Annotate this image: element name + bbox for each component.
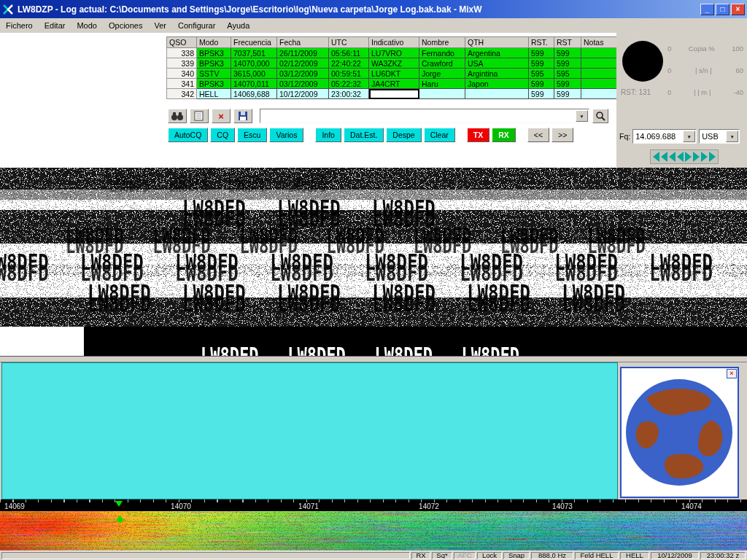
- log-column-header[interactable]: Indicativo: [369, 37, 419, 48]
- chevron-down-icon[interactable]: ▼: [576, 110, 588, 122]
- log-cell[interactable]: 05:56:11: [329, 48, 369, 58]
- macro-clear-button[interactable]: Clear: [424, 128, 455, 142]
- sideband-combo[interactable]: USB ▼: [699, 129, 740, 144]
- waterfall-scale[interactable]: 140691407014071140721407314074: [0, 499, 747, 511]
- log-column-header[interactable]: QTH: [465, 37, 529, 48]
- log-cell[interactable]: 10/12/2009: [277, 89, 329, 99]
- search-button[interactable]: [592, 109, 608, 123]
- find-binoculars-button[interactable]: [168, 109, 187, 123]
- status-afc[interactable]: AFC: [454, 552, 476, 559]
- log-cell[interactable]: [369, 89, 419, 99]
- tune-left-arrow-icon[interactable]: [677, 152, 684, 162]
- log-cell[interactable]: 341: [167, 79, 197, 89]
- status-sq[interactable]: Sq*: [432, 552, 452, 559]
- log-cell[interactable]: Japon: [465, 79, 529, 89]
- log-column-header[interactable]: UTC: [329, 37, 369, 48]
- log-cell[interactable]: 599: [554, 79, 581, 89]
- log-row[interactable]: 341BPSK314070,01103/12/200905:22:32JA4CR…: [167, 79, 668, 89]
- log-cell[interactable]: BPSK3: [197, 58, 231, 69]
- minimize-button[interactable]: _: [700, 4, 714, 15]
- log-cell[interactable]: USA: [465, 58, 529, 69]
- log-cell[interactable]: JA4CRT: [369, 79, 419, 89]
- log-column-header[interactable]: Fecha: [277, 37, 329, 48]
- status-rx[interactable]: RX: [411, 552, 430, 559]
- menu-item-modo[interactable]: Modo: [71, 20, 103, 31]
- log-cell[interactable]: 03/12/2009: [277, 69, 329, 79]
- log-column-header[interactable]: Modo: [197, 37, 231, 48]
- chevron-down-icon[interactable]: ▼: [726, 131, 738, 142]
- log-cell[interactable]: 26/11/2009: [277, 48, 329, 58]
- close-button[interactable]: ×: [731, 4, 745, 15]
- log-cell[interactable]: 599: [554, 58, 581, 69]
- log-cell[interactable]: 599: [554, 89, 581, 99]
- log-cell[interactable]: Jorge: [419, 69, 465, 79]
- frequency-combo[interactable]: 14.069.688 ▼: [632, 129, 697, 144]
- tune-right-arrow-icon[interactable]: [701, 152, 708, 162]
- macro-next-button[interactable]: >>: [551, 128, 573, 142]
- menu-item-ver[interactable]: Ver: [148, 20, 172, 31]
- log-row[interactable]: 338BPSK37037,50126/11/200905:56:11LU7VRO…: [167, 48, 668, 58]
- log-cell[interactable]: 00:59:51: [329, 69, 369, 79]
- macro-info-button[interactable]: Info: [315, 128, 341, 142]
- status-hell[interactable]: HELL: [620, 552, 649, 559]
- log-cell[interactable]: BPSK3: [197, 79, 231, 89]
- log-cell[interactable]: 7037,501: [231, 48, 277, 58]
- save-button[interactable]: [233, 109, 252, 123]
- macro-escu-button[interactable]: Escu: [237, 128, 267, 142]
- status-10122009[interactable]: 10/12/2009: [651, 552, 699, 559]
- log-column-header[interactable]: QSO: [167, 37, 197, 48]
- log-cell[interactable]: WA3ZKZ: [369, 58, 419, 69]
- logbook-button[interactable]: [190, 109, 209, 123]
- menu-item-ayuda[interactable]: Ayuda: [221, 20, 255, 31]
- log-cell[interactable]: 03/12/2009: [277, 79, 329, 89]
- rx-tx-splitter[interactable]: [0, 356, 747, 362]
- log-cell[interactable]: 595: [554, 69, 581, 79]
- log-cell[interactable]: [465, 89, 529, 99]
- menu-item-fichero[interactable]: Fichero: [0, 20, 39, 31]
- log-cell[interactable]: 338: [167, 48, 197, 58]
- tune-left-arrow-icon[interactable]: [669, 152, 676, 162]
- tune-left-arrow-icon[interactable]: [661, 152, 667, 162]
- log-cell[interactable]: SSTV: [197, 69, 231, 79]
- log-cell[interactable]: Fernando: [419, 48, 465, 58]
- log-cell[interactable]: 599: [529, 48, 554, 58]
- log-row[interactable]: 339BPSK314070,00002/12/200922:40:22WA3ZK…: [167, 58, 668, 69]
- status-snap[interactable]: Snap: [503, 552, 530, 559]
- status-feldhell[interactable]: Feld HELL: [575, 552, 619, 559]
- delete-qso-button[interactable]: ×: [212, 109, 231, 123]
- status-lock[interactable]: Lock: [477, 552, 502, 559]
- chevron-down-icon[interactable]: ▼: [683, 131, 695, 142]
- macro-despe-button[interactable]: Despe: [386, 128, 421, 142]
- log-column-header[interactable]: RST.: [529, 37, 554, 48]
- log-cell[interactable]: 595: [529, 69, 554, 79]
- log-column-header[interactable]: Frecuencia: [231, 37, 277, 48]
- tune-right-arrow-icon[interactable]: [685, 152, 692, 162]
- tuning-marker-icon[interactable]: [115, 501, 123, 507]
- tx-window[interactable]: [1, 362, 618, 499]
- log-cell[interactable]: 14069,688: [231, 89, 277, 99]
- tune-right-arrow-icon[interactable]: [709, 152, 716, 162]
- log-row[interactable]: 340SSTV3615,00003/12/200900:59:51LU6DKTJ…: [167, 69, 668, 79]
- log-cell[interactable]: 342: [167, 89, 197, 99]
- menu-item-editar[interactable]: Editar: [39, 20, 71, 31]
- log-cell[interactable]: Argentina: [465, 48, 529, 58]
- log-cell[interactable]: 05:22:32: [329, 79, 369, 89]
- log-cell[interactable]: LU7VRO: [369, 48, 419, 58]
- log-cell[interactable]: 3615,000: [231, 69, 277, 79]
- log-cell[interactable]: 23:00:32: [329, 89, 369, 99]
- log-column-header[interactable]: RST: [554, 37, 581, 48]
- waterfall-display[interactable]: [0, 511, 747, 551]
- log-cell[interactable]: 14070,011: [231, 79, 277, 89]
- macro-prev-button[interactable]: <<: [527, 128, 549, 142]
- log-cell[interactable]: Haru: [419, 79, 465, 89]
- log-cell[interactable]: Crawford: [419, 58, 465, 69]
- log-cell[interactable]: 14070,000: [231, 58, 277, 69]
- log-cell[interactable]: 599: [529, 58, 554, 69]
- log-cell[interactable]: [419, 89, 465, 99]
- macro-autocq-button[interactable]: AutoCQ: [168, 128, 208, 142]
- log-cell[interactable]: 340: [167, 69, 197, 79]
- macro-varios-button[interactable]: Varios: [269, 128, 303, 142]
- macro-datest-button[interactable]: Dat.Est.: [344, 128, 384, 142]
- tune-left-arrow-icon[interactable]: [653, 152, 659, 162]
- log-cell[interactable]: 599: [529, 79, 554, 89]
